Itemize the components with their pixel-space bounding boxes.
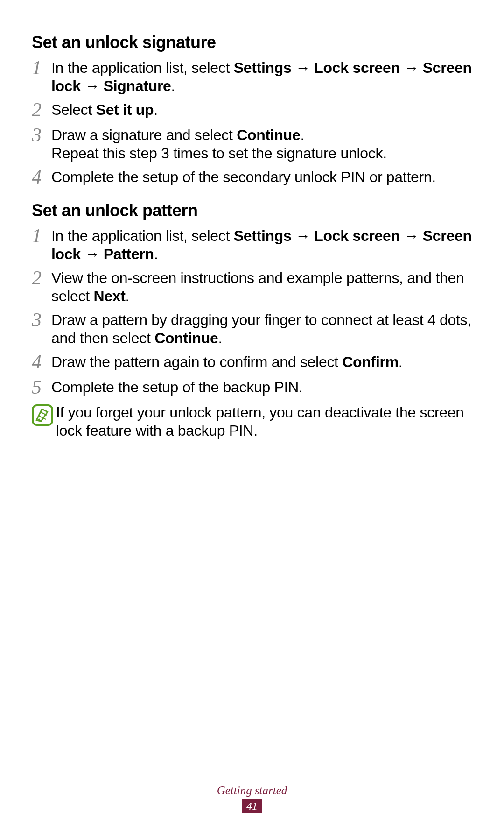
step-item: 4 Complete the setup of the secondary un…: [32, 168, 472, 188]
step-text-post: .: [399, 353, 403, 370]
step-body: View the on-screen instructions and exam…: [51, 269, 472, 305]
step-text-post: .: [218, 330, 222, 346]
step-text-pre: Complete the setup of the secondary unlo…: [51, 169, 436, 185]
step-text-bold: Confirm: [342, 353, 399, 370]
step-item: 4 Draw the pattern again to confirm and …: [32, 353, 472, 373]
step-text-bold: Set it up: [96, 101, 154, 118]
step-text-bold: Continue: [237, 127, 300, 143]
step-text-pre: Draw the pattern again to confirm and se…: [51, 353, 342, 370]
step-text-pre: Draw a signature and select: [51, 127, 237, 143]
step-number: 4: [32, 167, 51, 187]
step-text-pre: Draw a pattern by dragging your finger t…: [51, 311, 471, 346]
step-number: 5: [32, 377, 51, 397]
page-footer: Getting started 41: [0, 784, 504, 813]
step-text-bold: Continue: [154, 330, 218, 346]
step-text-post: .: [300, 127, 304, 143]
step-item: 5 Complete the setup of the backup PIN.: [32, 378, 472, 398]
step-text-post: .: [154, 246, 158, 262]
footer-page-number: 41: [242, 799, 262, 813]
steps-pattern: 1 In the application list, select Settin…: [32, 227, 472, 440]
step-item: 2 View the on-screen instructions and ex…: [32, 269, 472, 305]
step-text-bold: Next: [93, 288, 125, 304]
step-body: Draw the pattern again to confirm and se…: [51, 353, 402, 371]
step-body: In the application list, select Settings…: [51, 227, 472, 263]
steps-signature: 1 In the application list, select Settin…: [32, 59, 472, 188]
step-text-pre: In the application list, select: [51, 227, 234, 244]
step-number: 2: [32, 100, 51, 120]
step-body: Complete the setup of the secondary unlo…: [51, 168, 436, 186]
note-icon: [32, 404, 53, 426]
step-number: 2: [32, 268, 51, 288]
step-body: Draw a pattern by dragging your finger t…: [51, 311, 472, 347]
step-item: 3 Draw a signature and select Continue. …: [32, 126, 472, 163]
step-text-post: .: [126, 288, 130, 304]
step-number: 4: [32, 352, 51, 372]
footer-section-title: Getting started: [0, 784, 504, 797]
step-number: 1: [32, 226, 51, 246]
step-number: 3: [32, 310, 51, 330]
step-item: 1 In the application list, select Settin…: [32, 227, 472, 263]
section-heading-pattern: Set an unlock pattern: [32, 201, 472, 220]
step-item: 3 Draw a pattern by dragging your finger…: [32, 311, 472, 347]
step-text-pre: Select: [51, 101, 96, 118]
step-text-pre: In the application list, select: [51, 59, 234, 76]
section-heading-signature: Set an unlock signature: [32, 33, 472, 52]
step-number: 3: [32, 125, 51, 145]
step-body: Draw a signature and select Continue. Re…: [51, 126, 387, 163]
step-body: Select Set it up.: [51, 101, 158, 119]
note-text: If you forget your unlock pattern, you c…: [56, 403, 472, 440]
step-text-post: .: [171, 78, 175, 94]
step-text-pre: Complete the setup of the backup PIN.: [51, 379, 303, 396]
step-text-extra: Repeat this step 3 times to set the sign…: [51, 145, 387, 162]
svg-rect-0: [33, 405, 52, 425]
step-body: Complete the setup of the backup PIN.: [51, 378, 303, 396]
note-row: If you forget your unlock pattern, you c…: [32, 403, 472, 440]
step-body: In the application list, select Settings…: [51, 59, 472, 95]
step-item: 2 Select Set it up.: [32, 101, 472, 120]
step-number: 1: [32, 58, 51, 78]
step-item: 1 In the application list, select Settin…: [32, 59, 472, 95]
step-text-post: .: [154, 101, 158, 118]
